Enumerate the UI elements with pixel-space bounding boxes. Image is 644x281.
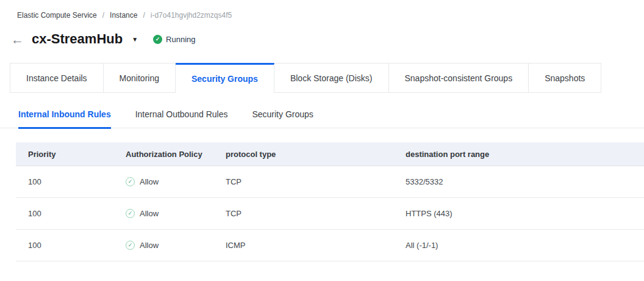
policy-label: Allow [140,241,159,250]
policy-label: Allow [140,209,159,218]
tab-block-storage[interactable]: Block Storage (Disks) [274,63,389,93]
back-arrow-icon[interactable]: ← [11,33,24,46]
allow-check-icon: ✓ [126,241,135,250]
allow-check-icon: ✓ [126,209,135,218]
breadcrumb-item-instance-id: i-d7o41hgvjhd2zmzqs4f5 [151,11,232,20]
ecs-instance-page: Elastic Compute Service / Instance / i-d… [0,0,644,281]
cell-destination-port-range: All (-1/-1) [406,241,644,250]
tab-instance-details[interactable]: Instance Details [10,63,104,93]
cell-protocol-type: TCP [226,209,406,218]
cell-destination-port-range: HTTPS (443) [406,209,644,218]
breadcrumb-item-ecs[interactable]: Elastic Compute Service [17,11,97,20]
status-running-icon: ✓ [153,35,162,44]
column-header-priority: Priority [28,150,126,159]
table-row: 100 ✓ Allow TCP 5332/5332 [16,166,644,198]
subtab-internal-inbound-rules[interactable]: Internal Inbound Rules [18,109,111,129]
breadcrumb: Elastic Compute Service / Instance / i-d… [0,0,644,20]
breadcrumb-separator: / [102,11,104,20]
cell-destination-port-range: 5332/5332 [406,177,644,186]
page-title: cx-StreamHub [32,31,123,47]
subtab-bar: Internal Inbound Rules Internal Outbound… [0,109,644,128]
status-label: Running [166,35,195,44]
column-header-authorization-policy: Authorization Policy [126,150,226,159]
tab-security-groups[interactable]: Security Groups [176,63,274,93]
cell-authorization-policy: ✓ Allow [126,209,226,218]
breadcrumb-item-instance[interactable]: Instance [110,11,137,20]
tab-snapshot-consistent-groups[interactable]: Snapshot-consistent Groups [389,63,529,93]
cell-authorization-policy: ✓ Allow [126,241,226,250]
cell-protocol-type: ICMP [226,241,406,250]
allow-check-icon: ✓ [126,177,135,186]
tab-monitoring[interactable]: Monitoring [104,63,176,93]
tab-bar: Instance Details Monitoring Security Gro… [10,63,644,93]
tab-snapshots[interactable]: Snapshots [529,63,601,93]
subtab-security-groups[interactable]: Security Groups [252,109,313,128]
cell-priority: 100 [28,177,126,186]
table-row: 100 ✓ Allow ICMP All (-1/-1) [16,230,644,261]
inbound-rules-table: Priority Authorization Policy protocol t… [16,142,644,261]
cell-protocol-type: TCP [226,177,406,186]
policy-label: Allow [140,177,159,186]
subtab-internal-outbound-rules[interactable]: Internal Outbound Rules [135,109,228,128]
breadcrumb-separator: / [143,11,145,20]
status-badge: ✓ Running [153,35,195,44]
title-row: ← cx-StreamHub ▼ ✓ Running [11,31,644,47]
table-row: 100 ✓ Allow TCP HTTPS (443) [16,198,644,230]
cell-priority: 100 [28,209,126,218]
chevron-down-icon[interactable]: ▼ [132,36,138,43]
column-header-destination-port-range: destination port range [406,150,644,159]
cell-priority: 100 [28,241,126,250]
column-header-protocol-type: protocol type [226,150,406,159]
table-header-row: Priority Authorization Policy protocol t… [16,142,644,166]
cell-authorization-policy: ✓ Allow [126,177,226,186]
